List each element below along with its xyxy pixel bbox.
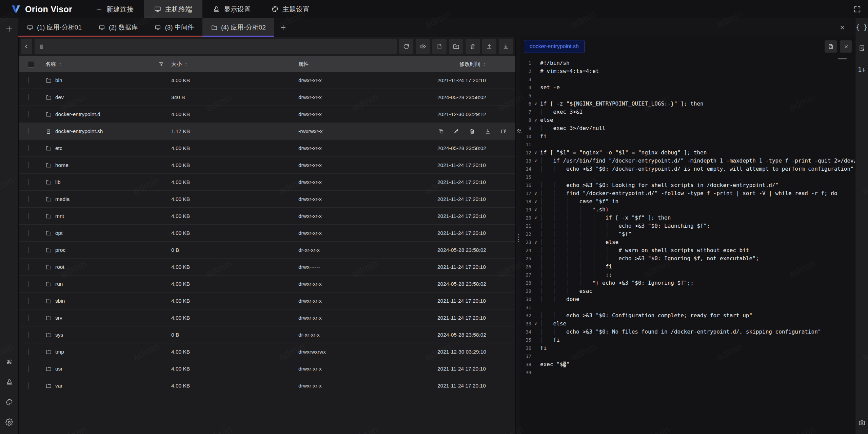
terminal-tab-2[interactable]: (2) 数据库 bbox=[90, 18, 146, 37]
file-row-bin[interactable]: bin4.00 KBdrwxr-xr-x2021-11-24 17:20:10 bbox=[18, 72, 515, 89]
fold-chevron-icon[interactable]: ∨ bbox=[531, 238, 540, 246]
terminal-tab-4[interactable]: (4) 应用-分析02 bbox=[202, 18, 274, 37]
permission-button[interactable] bbox=[516, 128, 522, 134]
row-checkbox[interactable] bbox=[28, 179, 28, 185]
row-checkbox[interactable] bbox=[28, 298, 28, 304]
display-settings-button[interactable] bbox=[0, 374, 18, 391]
filter-button[interactable] bbox=[158, 61, 164, 67]
row-checkbox[interactable] bbox=[28, 213, 28, 219]
terminal-tab-1[interactable]: (1) 应用-分析01 bbox=[18, 18, 90, 37]
row-checkbox[interactable] bbox=[28, 247, 28, 253]
new-file-button[interactable] bbox=[432, 39, 447, 54]
code-area[interactable]: 1#!/bin/sh2# vim:sw=4:ts=4:et34set -e56∨… bbox=[520, 56, 855, 434]
code-line-32: 32│ │ echo >&3 "$0: Configuration comple… bbox=[520, 312, 855, 320]
fold-chevron-icon[interactable]: ∨ bbox=[531, 116, 540, 124]
menu-item-1[interactable]: 主机终端 bbox=[144, 0, 202, 18]
row-checkbox[interactable] bbox=[28, 145, 28, 151]
download-button[interactable] bbox=[485, 128, 491, 134]
delete-button[interactable] bbox=[469, 128, 475, 134]
fold-chevron-icon[interactable]: ∨ bbox=[531, 214, 540, 222]
line-number: 3 bbox=[520, 75, 531, 83]
sort-carets-icon[interactable] bbox=[58, 62, 62, 67]
fold-chevron-icon[interactable]: ∨ bbox=[531, 100, 540, 108]
row-checkbox[interactable] bbox=[28, 348, 28, 355]
path-input[interactable] bbox=[35, 39, 397, 54]
row-checkbox[interactable] bbox=[28, 332, 28, 338]
fold-chevron-icon[interactable]: ∨ bbox=[531, 149, 540, 157]
file-row-lib[interactable]: lib4.00 KBdrwxr-xr-x2021-11-24 17:20:10 bbox=[18, 174, 515, 191]
app-logo[interactable]: Orion Visor bbox=[0, 4, 85, 14]
file-row-srv[interactable]: srv4.00 KBdrwxr-xr-x2021-11-24 17:20:10 bbox=[18, 309, 515, 326]
file-row-docker-entrypoint.sh[interactable]: docker-entrypoint.sh1.17 KB-rwxrwxr-x bbox=[18, 123, 515, 140]
back-button[interactable] bbox=[21, 39, 32, 54]
close-panel-button[interactable] bbox=[836, 22, 848, 33]
file-row-media[interactable]: media4.00 KBdrwxr-xr-x2021-11-24 17:20:1… bbox=[18, 191, 515, 208]
editor-config-button[interactable]: { } bbox=[855, 20, 868, 35]
row-checkbox[interactable] bbox=[28, 264, 28, 270]
file-row-mnt[interactable]: mnt4.00 KBdrwxr-xr-x2021-11-24 17:20:10 bbox=[18, 208, 515, 225]
menu-item-0[interactable]: 新建连接 bbox=[85, 0, 144, 18]
sort-carets-icon[interactable] bbox=[482, 62, 487, 67]
row-checkbox[interactable] bbox=[28, 128, 28, 134]
row-checkbox[interactable] bbox=[28, 162, 28, 168]
fold-chevron-icon[interactable]: ∨ bbox=[531, 206, 540, 214]
row-checkbox[interactable] bbox=[28, 196, 28, 202]
fold-chevron-icon[interactable]: ∨ bbox=[531, 189, 540, 197]
save-button[interactable] bbox=[825, 40, 837, 53]
preview-hidden-button[interactable] bbox=[416, 39, 430, 54]
shortcut-keys-button[interactable]: ⌘ bbox=[0, 354, 18, 371]
copy-button[interactable] bbox=[438, 128, 444, 134]
code-line-35: 35│ fi bbox=[520, 336, 855, 344]
terminal-tab-3[interactable]: (3) 中间件 bbox=[146, 18, 202, 37]
file-row-sbin[interactable]: sbin4.00 KBdrwxr-xr-x2021-11-24 17:20:10 bbox=[18, 293, 515, 309]
fold-chevron-icon[interactable]: ∨ bbox=[531, 157, 540, 165]
sort-carets-icon[interactable] bbox=[184, 62, 188, 67]
line-number: 35 bbox=[520, 336, 531, 344]
file-row-usr[interactable]: usr4.00 KBdrwxr-xr-x2021-11-24 17:20:10 bbox=[18, 360, 515, 377]
refresh-button[interactable] bbox=[399, 39, 413, 54]
file-row-opt[interactable]: opt4.00 KBdrwxr-xr-x2021-11-24 17:20:10 bbox=[18, 225, 515, 242]
file-row-home[interactable]: home4.00 KBdrwxr-xr-x2021-11-24 17:20:10 bbox=[18, 157, 515, 174]
file-row-run[interactable]: run4.00 KBdrwxr-xr-x2024-05-28 23:58:02 bbox=[18, 276, 515, 293]
move-button[interactable] bbox=[500, 128, 507, 134]
row-checkbox[interactable] bbox=[28, 230, 28, 236]
screenshot-button[interactable] bbox=[855, 415, 868, 430]
sort-order-button[interactable]: 1↓ bbox=[855, 62, 868, 77]
edit-button[interactable] bbox=[453, 128, 460, 134]
row-checkbox[interactable] bbox=[28, 111, 28, 117]
fullscreen-button[interactable] bbox=[850, 0, 864, 18]
new-connection-button[interactable] bbox=[0, 20, 18, 37]
download-button[interactable] bbox=[499, 39, 513, 54]
fold-gutter bbox=[531, 279, 540, 287]
file-row-var[interactable]: var4.00 KBdrwxr-xr-x2021-11-24 17:20:10 bbox=[18, 377, 515, 394]
row-checkbox[interactable] bbox=[28, 365, 28, 372]
new-folder-button[interactable] bbox=[449, 39, 463, 54]
open-file-tag[interactable]: docker-entrypoint.sh bbox=[524, 40, 585, 53]
file-row-sys[interactable]: sys0 Bdr-xr-xr-x2024-05-28 23:58:02 bbox=[18, 326, 515, 343]
settings-button[interactable] bbox=[0, 414, 18, 431]
row-checkbox[interactable] bbox=[28, 382, 28, 389]
add-tab-button[interactable] bbox=[274, 18, 292, 37]
row-checkbox[interactable] bbox=[28, 315, 28, 321]
file-row-dev[interactable]: dev340 Bdrwxr-xr-x2024-05-28 23:58:02 bbox=[18, 89, 515, 106]
row-checkbox[interactable] bbox=[28, 94, 28, 100]
menu-item-2[interactable]: 显示设置 bbox=[202, 0, 261, 18]
file-info-button[interactable] bbox=[855, 41, 868, 56]
editor-close-button[interactable] bbox=[840, 40, 852, 53]
scrollbar-thumb[interactable] bbox=[838, 58, 847, 59]
file-row-proc[interactable]: proc0 Bdr-xr-xr-x2024-05-28 23:58:02 bbox=[18, 242, 515, 259]
fold-chevron-icon[interactable]: ∨ bbox=[531, 197, 540, 206]
select-all-checkbox[interactable] bbox=[28, 61, 34, 68]
fold-gutter bbox=[531, 263, 540, 271]
row-checkbox[interactable] bbox=[28, 77, 28, 83]
fold-chevron-icon[interactable]: ∨ bbox=[531, 320, 540, 328]
delete-button[interactable] bbox=[466, 39, 480, 54]
file-row-root[interactable]: root4.00 KBdrwx------2021-11-24 17:20:10 bbox=[18, 259, 515, 276]
file-row-etc[interactable]: etc4.00 KBdrwxr-xr-x2024-05-28 23:58:02 bbox=[18, 140, 515, 157]
row-checkbox[interactable] bbox=[28, 281, 28, 287]
file-row-tmp[interactable]: tmp4.00 KBdrwxrwxrwx2021-12-30 03:29:10 bbox=[18, 343, 515, 360]
file-row-docker-entrypoint.d[interactable]: docker-entrypoint.d4.00 KBdrwxr-xr-x2021… bbox=[18, 106, 515, 123]
upload-button[interactable] bbox=[482, 39, 496, 54]
theme-settings-button[interactable] bbox=[0, 394, 18, 411]
menu-item-3[interactable]: 主题设置 bbox=[261, 0, 320, 18]
